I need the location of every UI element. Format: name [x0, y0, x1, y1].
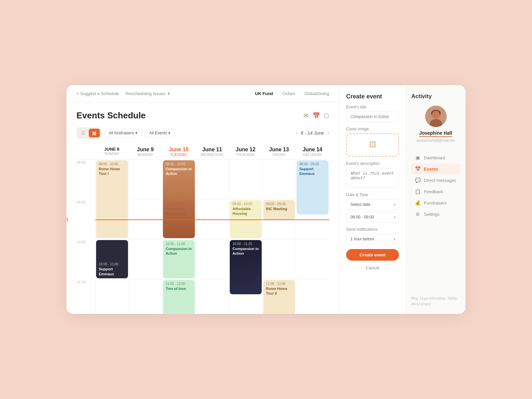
cell-10-5: [262, 239, 296, 279]
rescheduling-issues-button[interactable]: Rescheduling Issues ▾: [126, 91, 170, 96]
time-label-10: 10:00: [76, 239, 95, 279]
user-name: Josephine Hall: [419, 130, 452, 137]
chevron-down-icon: ▾: [168, 91, 170, 96]
image-upload-icon: 🖼: [369, 141, 376, 149]
time-row-10: 10:00 10:00 - 11:00 Support Emmaus: [76, 239, 329, 279]
user-email: josephinehall@mail.me: [417, 138, 455, 142]
nav-item-dashboard-label: Dashboard: [424, 155, 445, 160]
day-headers-row: JUNE 8 SUNDAY June 9 Monday June 10 Tues…: [76, 144, 329, 160]
datetime-group: Date & Time Select date 08:00 - 09:00: [346, 193, 399, 222]
avatar-image: [425, 106, 447, 127]
view-toggle: ☰ ▦: [76, 127, 101, 139]
event-rome-home-tour[interactable]: 08:00 - 10:00 Rome Home Tour I: [96, 160, 128, 238]
chevron-down-icon: ▾: [168, 131, 170, 135]
nav-item-messages[interactable]: 💬 Direct messages: [411, 175, 460, 186]
footer-blog[interactable]: Blog: [411, 297, 418, 300]
activity-nav-items: ▣ Dashboard 📅 Events 💬 Direct messages 📋…: [411, 152, 460, 291]
footer-legal[interactable]: Legal information: [420, 297, 446, 300]
event-title-group: Event's title: [346, 105, 399, 122]
svg-point-4: [433, 111, 439, 118]
avatar-svg: [425, 106, 447, 127]
nav-oxfam[interactable]: Oxfam: [282, 91, 295, 96]
time-select-wrapper: 08:00 - 09:00: [346, 212, 399, 222]
footer-about[interactable]: About project: [411, 302, 431, 306]
day-header-5: June 13 Friday: [262, 144, 296, 160]
suggest-schedule-button[interactable]: + Suggest a Schedule: [76, 91, 119, 96]
next-week-button[interactable]: ›: [328, 130, 329, 136]
cover-upload-button[interactable]: 🖼: [346, 133, 399, 157]
feedback-icon: 📋: [415, 189, 421, 194]
cell-11-2: 11:00 - 12:00 Tree of love: [162, 279, 196, 314]
create-event-button[interactable]: Create event: [346, 249, 399, 261]
notifications-select-wrapper: 1 hour before: [346, 234, 399, 244]
avatar: [425, 106, 447, 127]
event-support-emmaus-sun[interactable]: 10:00 - 11:00 Support Emmaus: [96, 240, 128, 278]
export-icon-button[interactable]: ⬡: [324, 112, 329, 119]
settings-icon: ⚙: [415, 211, 421, 217]
controls-left: ☰ ▦ All fundraisers ▾ All Events ▾: [76, 127, 175, 139]
event-affordable-housing[interactable]: 09:00 - 10:00 Affordable Housing: [230, 200, 262, 238]
cell-09-4: 09:00 - 10:00 Affordable Housing: [229, 200, 262, 239]
calendar-title: Events Schedule: [76, 110, 146, 121]
mail-icon-button[interactable]: ✉: [304, 112, 309, 119]
week-range-label: 8 - 14 June: [301, 130, 324, 136]
cell-10-3: [196, 239, 229, 279]
footer-links: Blog Legal information Safety About proj…: [411, 297, 460, 306]
calendar-icons: ✉ 📅 ⬡: [304, 112, 329, 119]
cell-09-3: [196, 200, 229, 239]
nav-globalgiving[interactable]: GlobalGiving: [305, 91, 329, 96]
activity-title: Activity: [411, 93, 460, 100]
event-compassion-dark[interactable]: 10:00 - 11:25 Compassion in Action: [230, 240, 262, 294]
events-filter[interactable]: All Events ▾: [145, 128, 175, 138]
svg-point-5: [431, 111, 441, 116]
list-view-button[interactable]: ☰: [78, 129, 89, 137]
nav-item-feedback[interactable]: 📋 Feedback: [411, 186, 460, 197]
calendar-content: Events Schedule ✉ 📅 ⬡ ☰ ▦ All fundraiser…: [66, 102, 339, 314]
notifications-group: Send notifications 1 hour before: [346, 227, 399, 244]
calendar-view-button[interactable]: ▦: [89, 129, 100, 137]
time-label-11: 11:00: [76, 279, 95, 314]
time-header-empty: [76, 144, 95, 160]
cell-08-1: [129, 160, 162, 200]
cell-08-4: [229, 160, 262, 200]
nav-item-settings[interactable]: ⚙ Settings: [411, 209, 460, 219]
user-profile: Josephine Hall josephinehall@mail.me: [411, 106, 460, 142]
time-row-08: 08:00 08:00 - 10:00 Rome Home Tour I: [76, 160, 329, 200]
day-header-4: June 12 Thursday: [229, 144, 262, 160]
cell-11-1: [129, 279, 162, 314]
nav-item-dashboard[interactable]: ▣ Dashboard: [411, 152, 460, 163]
notifications-select[interactable]: 1 hour before: [346, 234, 399, 244]
nav-item-fundraisers-label: Fundraisers: [424, 200, 447, 205]
cell-08-2: 08:00 - 10:00 Compassion in Action: [162, 160, 196, 200]
nav-item-messages-label: Direct messages: [424, 178, 456, 183]
fundraisers-filter[interactable]: All fundraisers ▾: [104, 128, 142, 138]
event-compassion-green[interactable]: 10:00 - 11:00 Compassion in Action: [163, 240, 195, 278]
nav-item-fundraisers[interactable]: 💰 Fundraisers: [411, 198, 460, 208]
nav-uk-fund[interactable]: UK Fund: [255, 91, 273, 96]
date-select[interactable]: Select date: [346, 199, 399, 210]
event-compassion-08-tuesday[interactable]: 08:00 - 10:00 Compassion in Action: [163, 160, 195, 238]
cell-09-5: 09:00 - 09:30 INC Meeting: [262, 200, 296, 239]
event-inc-meeting[interactable]: 09:00 - 09:30 INC Meeting: [263, 200, 295, 220]
time-select[interactable]: 08:00 - 09:00: [346, 212, 399, 222]
nav-item-events[interactable]: 📅 Events: [411, 164, 460, 174]
description-textarea[interactable]: [346, 168, 399, 188]
datetime-label: Date & Time: [346, 193, 399, 197]
event-tree-of-love[interactable]: 11:00 - 12:00 Tree of love: [163, 280, 195, 314]
time-row-11: 11:00 11:00 - 12:00 Tree of love: [76, 279, 329, 306]
week-navigation: ‹ 8 - 14 June ›: [296, 130, 329, 136]
cell-08-0: 08:00 - 10:00 Rome Home Tour I: [95, 160, 129, 200]
event-rome-home-tour-ii[interactable]: 11:00 - 12:00 Rome Home Tour II: [263, 280, 295, 314]
nav-item-settings-label: Settings: [424, 212, 440, 217]
event-support-emmaus-sat[interactable]: 08:00 - 09:20 Support Emmaus: [297, 160, 329, 214]
messages-icon: 💬: [415, 178, 421, 183]
calendar-icon-button[interactable]: 📅: [313, 112, 320, 119]
prev-week-button[interactable]: ‹: [296, 130, 297, 136]
cancel-button[interactable]: Cancel: [346, 265, 399, 270]
event-title-input[interactable]: [346, 111, 399, 122]
cell-08-6: 08:00 - 09:20 Support Emmaus: [296, 160, 329, 200]
description-label: Event's description: [346, 161, 399, 166]
cell-10-1: [129, 239, 162, 279]
footer-safety[interactable]: Safety: [448, 297, 457, 300]
date-select-wrapper: Select date: [346, 199, 399, 210]
